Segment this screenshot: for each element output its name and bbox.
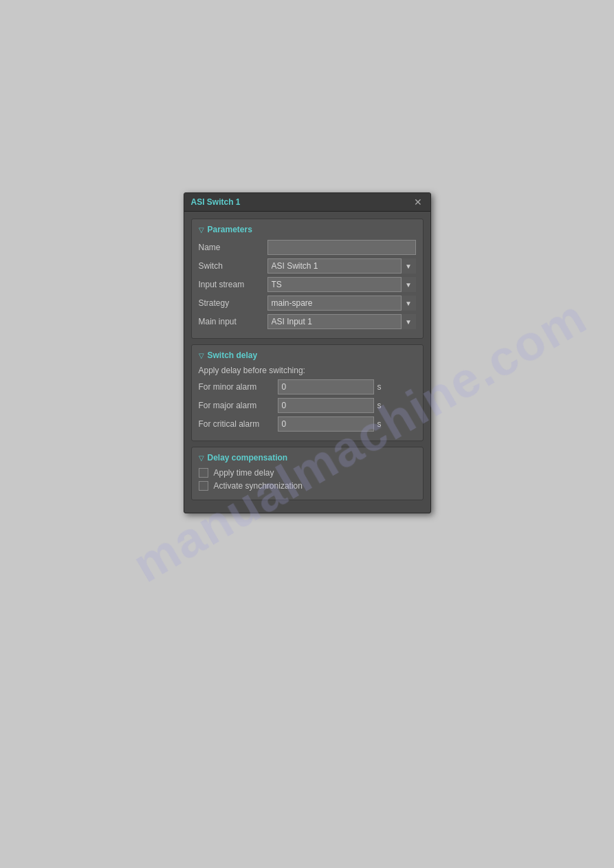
input-stream-row: Input stream TS ▼: [199, 277, 416, 292]
critical-alarm-row: For critical alarm s: [199, 416, 416, 432]
name-row: Name: [199, 240, 416, 255]
switch-select-wrapper: ASI Switch 1 ▼: [267, 258, 416, 274]
parameters-section: ▽ Parameters Name Switch ASI Switch 1 ▼ …: [191, 219, 424, 339]
activate-sync-checkbox[interactable]: [199, 481, 208, 491]
minor-alarm-input[interactable]: [278, 379, 374, 394]
switch-delay-title: Switch delay: [208, 350, 258, 360]
switch-select[interactable]: ASI Switch 1: [267, 258, 416, 274]
parameters-header: ▽ Parameters: [199, 225, 416, 234]
major-alarm-row: For major alarm s: [199, 398, 416, 413]
activate-sync-row: Activate synchronization: [199, 481, 416, 491]
main-input-select[interactable]: ASI Input 1: [267, 314, 416, 329]
parameters-title: Parameters: [208, 225, 252, 234]
delay-compensation-chevron-icon: ▽: [199, 454, 204, 462]
strategy-row: Strategy main-spare ▼: [199, 296, 416, 311]
critical-alarm-unit: s: [377, 419, 382, 429]
minor-alarm-row: For minor alarm s: [199, 379, 416, 394]
minor-alarm-label: For minor alarm: [199, 382, 274, 392]
close-button[interactable]: ✕: [413, 197, 424, 207]
major-alarm-label: For major alarm: [199, 401, 274, 410]
strategy-label: Strategy: [199, 298, 267, 308]
strategy-select[interactable]: main-spare: [267, 296, 416, 311]
minor-alarm-unit: s: [377, 382, 382, 392]
apply-time-delay-label: Apply time delay: [214, 468, 274, 478]
apply-time-delay-checkbox[interactable]: [199, 468, 208, 478]
switch-delay-section: ▽ Switch delay Apply delay before switch…: [191, 344, 424, 441]
input-stream-label: Input stream: [199, 280, 267, 289]
critical-alarm-input[interactable]: [278, 416, 374, 432]
delay-compensation-section: ▽ Delay compensation Apply time delay Ac…: [191, 447, 424, 500]
main-input-select-wrapper: ASI Input 1 ▼: [267, 314, 416, 329]
input-stream-select[interactable]: TS: [267, 277, 416, 292]
main-input-label: Main input: [199, 317, 267, 326]
major-alarm-unit: s: [377, 401, 382, 410]
switch-label: Switch: [199, 261, 267, 271]
dialog-window: ASI Switch 1 ✕ ▽ Parameters Name Switch …: [184, 192, 431, 513]
switch-row: Switch ASI Switch 1 ▼: [199, 258, 416, 274]
name-label: Name: [199, 243, 267, 252]
critical-alarm-label: For critical alarm: [199, 419, 274, 429]
activate-sync-label: Activate synchronization: [214, 481, 303, 491]
switch-delay-chevron-icon: ▽: [199, 352, 204, 359]
apply-time-delay-row: Apply time delay: [199, 468, 416, 478]
major-alarm-input[interactable]: [278, 398, 374, 413]
dialog-body: ▽ Parameters Name Switch ASI Switch 1 ▼ …: [184, 212, 430, 513]
input-stream-select-wrapper: TS ▼: [267, 277, 416, 292]
main-input-row: Main input ASI Input 1 ▼: [199, 314, 416, 329]
dialog-title: ASI Switch 1: [191, 197, 241, 207]
delay-compensation-title: Delay compensation: [208, 453, 288, 463]
delay-compensation-header: ▽ Delay compensation: [199, 453, 416, 463]
switch-delay-header: ▽ Switch delay: [199, 350, 416, 360]
parameters-chevron-icon: ▽: [199, 226, 204, 234]
strategy-select-wrapper: main-spare ▼: [267, 296, 416, 311]
apply-delay-info: Apply delay before switching:: [199, 366, 416, 375]
name-input[interactable]: [267, 240, 416, 255]
dialog-titlebar: ASI Switch 1 ✕: [184, 193, 430, 212]
